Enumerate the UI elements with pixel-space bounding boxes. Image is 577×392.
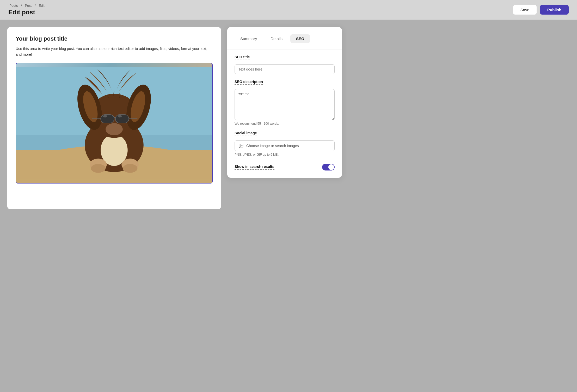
seo-description-group: SEO description We recommend 55 - 100 wo… [235, 79, 335, 125]
breadcrumb-post[interactable]: Post [25, 4, 32, 8]
tabs: Summary Details SEO [235, 34, 335, 43]
seo-panel: Summary Details SEO SEO title SEO descri… [227, 27, 342, 178]
image-icon [238, 143, 244, 148]
tab-details[interactable]: Details [265, 34, 288, 43]
header-left: Posts / Post / Edit Edit post [8, 4, 46, 16]
seo-description-label: SEO description [235, 80, 263, 85]
svg-point-17 [118, 115, 122, 117]
header-actions: Save Publish [513, 5, 569, 15]
post-image [16, 63, 212, 183]
tab-summary[interactable]: Summary [235, 34, 263, 43]
publish-button[interactable]: Publish [540, 5, 569, 15]
post-image-wrapper[interactable] [16, 63, 213, 184]
seo-description-hint: We recommend 55 - 100 words. [235, 122, 335, 125]
social-image-hint: PNG, JPEG, or GIF up to 5 MB. [235, 153, 335, 156]
breadcrumb-posts[interactable]: Posts [9, 4, 18, 8]
svg-point-23 [123, 164, 137, 173]
save-button[interactable]: Save [513, 5, 537, 15]
social-image-upload[interactable]: Choose image or search images [235, 140, 335, 151]
editor-panel: Your blog post title Use this area to wr… [7, 27, 221, 209]
svg-rect-12 [115, 115, 129, 123]
post-image-svg [16, 63, 212, 183]
page-title: Edit post [8, 9, 46, 16]
social-image-label: Social image [235, 131, 257, 136]
svg-point-22 [91, 164, 106, 173]
breadcrumb-edit: Edit [39, 4, 44, 8]
social-image-group: Social image Choose image or search imag… [235, 131, 335, 156]
breadcrumb-sep-2: / [35, 4, 36, 8]
show-in-search-row: Show in search results [235, 162, 335, 170]
tab-seo[interactable]: SEO [290, 34, 310, 43]
seo-title-group: SEO title [235, 55, 335, 74]
social-image-placeholder: Choose image or search images [246, 144, 299, 148]
breadcrumb-sep-1: / [21, 4, 23, 8]
svg-point-25 [240, 145, 241, 146]
seo-title-input[interactable] [235, 64, 335, 74]
show-in-search-label: Show in search results [235, 165, 274, 170]
svg-rect-11 [101, 115, 114, 123]
tab-divider [227, 49, 342, 49]
seo-title-label: SEO title [235, 55, 250, 60]
main-content: Your blog post title Use this area to wr… [0, 20, 577, 217]
page-header: Posts / Post / Edit Edit post Save Publi… [0, 0, 577, 20]
toggle-knob [328, 164, 334, 170]
post-body: Use this area to write your blog post. Y… [16, 46, 213, 58]
svg-point-16 [103, 115, 107, 117]
svg-point-19 [106, 123, 123, 135]
breadcrumb: Posts / Post / Edit [8, 4, 46, 8]
post-title: Your blog post title [16, 35, 213, 42]
seo-description-input[interactable] [235, 89, 335, 120]
show-in-search-toggle[interactable] [322, 164, 335, 170]
